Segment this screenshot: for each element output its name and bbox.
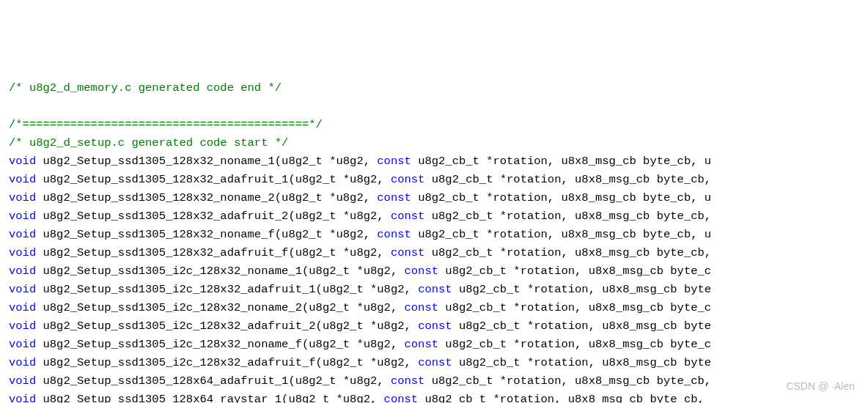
keyword-const: const bbox=[391, 210, 425, 223]
sig-tail: u8g2_cb_t *rotation, u8x8_msg_cb byte_cb… bbox=[424, 173, 711, 186]
func-decl-line: void u8g2_Setup_ssd1305_128x32_noname_f(… bbox=[9, 226, 859, 244]
sig-open: (u8g2_t *u8g2, bbox=[288, 246, 391, 259]
sig-open: (u8g2_t *u8g2, bbox=[275, 155, 378, 168]
keyword-void: void bbox=[9, 301, 36, 314]
sig-tail: u8g2_cb_t *rotation, u8x8_msg_cb byte_cb… bbox=[424, 246, 711, 259]
func-name: u8g2_Setup_ssd1305_128x32_noname_1 bbox=[36, 155, 275, 168]
keyword-const: const bbox=[418, 356, 452, 369]
sig-open: (u8g2_t *u8g2, bbox=[302, 265, 405, 278]
func-name: u8g2_Setup_ssd1305_i2c_128x32_noname_1 bbox=[36, 265, 302, 278]
keyword-const: const bbox=[377, 228, 411, 241]
comment-line: /*======================================… bbox=[9, 116, 859, 134]
sig-tail: u8g2_cb_t *rotation, u8x8_msg_cb byte_cb… bbox=[411, 191, 711, 204]
sig-tail: u8g2_cb_t *rotation, u8x8_msg_cb byte bbox=[452, 319, 711, 333]
comment-divider: /*======================================… bbox=[9, 118, 323, 131]
func-name: u8g2_Setup_ssd1305_i2c_128x32_noname_f bbox=[36, 338, 302, 351]
sig-open: (u8g2_t *u8g2, bbox=[288, 173, 391, 186]
func-decl-line: void u8g2_Setup_ssd1305_i2c_128x32_nonam… bbox=[9, 262, 859, 281]
func-name: u8g2_Setup_ssd1305_i2c_128x32_adafruit_1 bbox=[36, 283, 315, 296]
sig-open: (u8g2_t *u8g2, bbox=[275, 228, 378, 241]
func-name: u8g2_Setup_ssd1305_128x32_adafruit_1 bbox=[36, 173, 288, 186]
func-decl-line: void u8g2_Setup_ssd1305_i2c_128x32_nonam… bbox=[9, 336, 859, 354]
keyword-const: const bbox=[391, 246, 425, 259]
keyword-void: void bbox=[9, 155, 36, 168]
sig-open: (u8g2_t *u8g2, bbox=[288, 374, 391, 388]
func-decl-line: void u8g2_Setup_ssd1305_128x32_noname_2(… bbox=[9, 189, 859, 207]
keyword-void: void bbox=[9, 210, 36, 223]
sig-tail: u8g2_cb_t *rotation, u8x8_msg_cb byte_cb… bbox=[424, 210, 711, 223]
sig-tail: u8g2_cb_t *rotation, u8x8_msg_cb byte_cb… bbox=[424, 374, 711, 388]
func-name: u8g2_Setup_ssd1305_i2c_128x32_adafruit_2 bbox=[36, 319, 315, 333]
keyword-const: const bbox=[405, 338, 439, 351]
keyword-void: void bbox=[9, 338, 36, 351]
sig-tail: u8g2_cb_t *rotation, u8x8_msg_cb byte_cb… bbox=[411, 155, 711, 168]
func-name: u8g2_Setup_ssd1305_128x64_raystar_1 bbox=[36, 393, 282, 403]
func-name: u8g2_Setup_ssd1305_128x32_adafruit_2 bbox=[36, 210, 288, 223]
func-decl-line: void u8g2_Setup_ssd1305_i2c_128x32_adafr… bbox=[9, 281, 859, 299]
sig-open: (u8g2_t *u8g2, bbox=[302, 338, 405, 351]
func-decl-line: void u8g2_Setup_ssd1305_128x32_noname_1(… bbox=[9, 152, 859, 171]
func-decl-line: void u8g2_Setup_ssd1305_128x64_adafruit_… bbox=[9, 372, 859, 391]
func-name: u8g2_Setup_ssd1305_i2c_128x32_adafruit_f bbox=[36, 356, 315, 369]
sig-tail: u8g2_cb_t *rotation, u8x8_msg_cb byte bbox=[452, 356, 711, 369]
keyword-void: void bbox=[9, 374, 36, 388]
sig-open: (u8g2_t *u8g2, bbox=[282, 393, 384, 403]
keyword-const: const bbox=[377, 191, 411, 204]
keyword-const: const bbox=[391, 374, 425, 388]
func-decl-line: void u8g2_Setup_ssd1305_128x64_raystar_1… bbox=[9, 391, 859, 403]
sig-open: (u8g2_t *u8g2, bbox=[316, 356, 419, 369]
func-name: u8g2_Setup_ssd1305_i2c_128x32_noname_2 bbox=[36, 301, 302, 314]
func-decl-line: void u8g2_Setup_ssd1305_i2c_128x32_adafr… bbox=[9, 317, 859, 336]
func-decl-line: void u8g2_Setup_ssd1305_128x32_adafruit_… bbox=[9, 171, 859, 189]
keyword-const: const bbox=[391, 173, 425, 186]
keyword-const: const bbox=[405, 301, 439, 314]
func-name: u8g2_Setup_ssd1305_128x32_adafruit_f bbox=[36, 246, 288, 259]
comment-line: /* u8g2_d_memory.c generated code end */ bbox=[9, 79, 859, 97]
sig-tail: u8g2_cb_t *rotation, u8x8_msg_cb byte bbox=[452, 283, 711, 296]
sig-tail: u8g2_cb_t *rotation, u8x8_msg_cb byte_cb… bbox=[418, 393, 705, 403]
keyword-const: const bbox=[384, 393, 419, 403]
sig-tail: u8g2_cb_t *rotation, u8x8_msg_cb byte_c bbox=[438, 265, 711, 278]
keyword-const: const bbox=[418, 283, 452, 296]
func-decl-line: void u8g2_Setup_ssd1305_i2c_128x32_nonam… bbox=[9, 299, 859, 317]
sig-open: (u8g2_t *u8g2, bbox=[275, 191, 378, 204]
keyword-void: void bbox=[9, 228, 36, 241]
keyword-void: void bbox=[9, 246, 36, 259]
blank-line bbox=[9, 97, 859, 116]
keyword-const: const bbox=[377, 155, 411, 168]
sig-open: (u8g2_t *u8g2, bbox=[302, 301, 405, 314]
func-decl-line: void u8g2_Setup_ssd1305_128x32_adafruit_… bbox=[9, 207, 859, 226]
comment-line: /* u8g2_d_setup.c generated code start *… bbox=[9, 134, 859, 152]
keyword-void: void bbox=[9, 173, 36, 186]
keyword-void: void bbox=[9, 393, 36, 403]
func-decl-line: void u8g2_Setup_ssd1305_i2c_128x32_adafr… bbox=[9, 354, 859, 372]
func-decl-line: void u8g2_Setup_ssd1305_128x32_adafruit_… bbox=[9, 244, 859, 262]
sig-tail: u8g2_cb_t *rotation, u8x8_msg_cb byte_cb… bbox=[411, 228, 711, 241]
sig-tail: u8g2_cb_t *rotation, u8x8_msg_cb byte_c bbox=[438, 338, 711, 351]
func-name: u8g2_Setup_ssd1305_128x32_noname_f bbox=[36, 228, 275, 241]
keyword-void: void bbox=[9, 319, 36, 333]
func-name: u8g2_Setup_ssd1305_128x32_noname_2 bbox=[36, 191, 275, 204]
sig-open: (u8g2_t *u8g2, bbox=[316, 283, 419, 296]
keyword-void: void bbox=[9, 265, 36, 278]
keyword-void: void bbox=[9, 356, 36, 369]
sig-tail: u8g2_cb_t *rotation, u8x8_msg_cb byte_c bbox=[438, 301, 711, 314]
keyword-const: const bbox=[405, 265, 439, 278]
func-name: u8g2_Setup_ssd1305_128x64_adafruit_1 bbox=[36, 374, 288, 388]
keyword-void: void bbox=[9, 191, 36, 204]
keyword-const: const bbox=[418, 319, 452, 333]
sig-open: (u8g2_t *u8g2, bbox=[316, 319, 419, 333]
keyword-void: void bbox=[9, 283, 36, 296]
comment-memory-end: /* u8g2_d_memory.c generated code end */ bbox=[9, 81, 282, 95]
comment-setup-start: /* u8g2_d_setup.c generated code start *… bbox=[9, 136, 288, 149]
code-block: /* u8g2_d_memory.c generated code end */… bbox=[9, 79, 859, 403]
sig-open: (u8g2_t *u8g2, bbox=[288, 210, 391, 223]
